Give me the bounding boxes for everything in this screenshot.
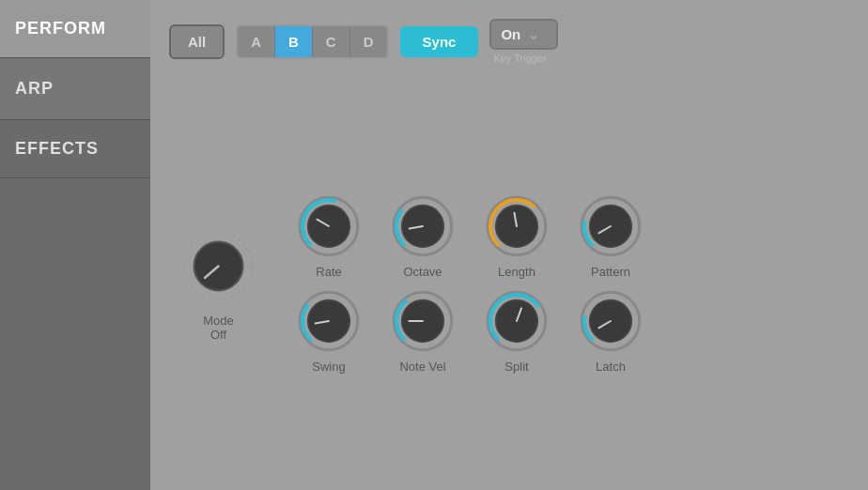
knob-svg[interactable] [578, 288, 643, 354]
knob-cell-octave: Octave [380, 193, 465, 279]
chevron-down-icon: ⌄ [528, 27, 539, 42]
knob-svg[interactable] [390, 193, 456, 259]
key-trigger-select[interactable]: On ⌄ [489, 19, 558, 50]
letter-group: A B C D [236, 24, 388, 59]
knob-svg[interactable] [390, 288, 456, 354]
sidebar-item-effects[interactable]: EFFECTS [0, 120, 150, 178]
knob-svg[interactable] [296, 193, 362, 259]
mode-label: Mode Off [203, 314, 234, 342]
knobs-area: Mode Off Rate Octave [169, 86, 849, 481]
knob-label: Note Vel [399, 360, 445, 374]
knob-svg[interactable] [296, 288, 362, 354]
top-bar: All A B C D Sync On ⌄ Key Trigger [169, 19, 849, 64]
knob-cell-pattern: Pattern [568, 193, 653, 279]
knob-label: Pattern [591, 265, 630, 279]
mode-knob[interactable] [178, 226, 258, 306]
btn-a[interactable]: A [238, 26, 275, 57]
btn-c[interactable]: C [313, 26, 350, 57]
main-content: All A B C D Sync On ⌄ Key Trigger [150, 0, 868, 490]
knob-cell-note-vel: Note Vel [380, 288, 465, 374]
knob-label: Swing [312, 360, 345, 374]
knob-label: Rate [316, 265, 341, 279]
btn-b[interactable]: B [275, 26, 313, 57]
knob-cell-swing: Swing [287, 288, 371, 374]
sidebar-item-perform[interactable]: PERFORM [0, 0, 150, 58]
knob-grid: Rate Octave Length Pattern Swing [287, 193, 653, 374]
knob-cell-latch: Latch [568, 288, 653, 374]
knob-label: Length [498, 265, 535, 279]
key-trigger-value: On [501, 26, 520, 42]
knob-svg[interactable] [484, 288, 550, 354]
knob-svg[interactable] [578, 193, 643, 259]
sidebar-item-arp[interactable]: ARP [0, 58, 150, 120]
key-trigger-wrap: On ⌄ Key Trigger [489, 19, 558, 64]
knob-svg[interactable] [484, 193, 550, 259]
btn-d[interactable]: D [350, 26, 387, 57]
key-trigger-label: Key Trigger [493, 53, 546, 64]
knob-label: Octave [403, 265, 442, 279]
knob-label: Latch [596, 360, 626, 374]
knob-label: Split [504, 360, 528, 374]
all-button[interactable]: All [169, 24, 225, 59]
sidebar: PERFORM ARP EFFECTS [0, 0, 150, 490]
knob-cell-length: Length [474, 193, 559, 279]
knob-cell-split: Split [474, 288, 559, 374]
mode-knob-wrap: Mode Off [178, 226, 258, 342]
sync-button[interactable]: Sync [400, 26, 479, 57]
knob-cell-rate: Rate [287, 193, 371, 279]
